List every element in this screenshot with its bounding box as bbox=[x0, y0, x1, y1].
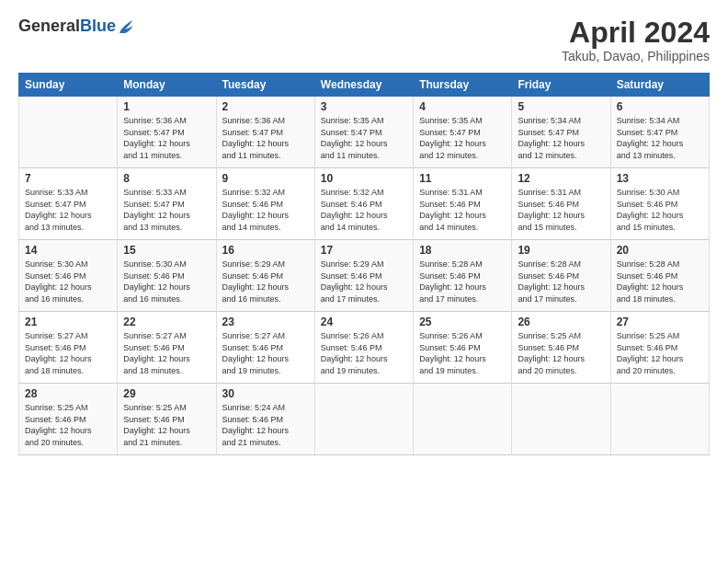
calendar-cell: 24Sunrise: 5:26 AM Sunset: 5:46 PM Dayli… bbox=[314, 312, 413, 384]
calendar-cell bbox=[414, 384, 512, 455]
day-number: 10 bbox=[321, 172, 407, 185]
cell-info: Sunrise: 5:30 AM Sunset: 5:46 PM Dayligh… bbox=[617, 187, 703, 233]
calendar-cell: 19Sunrise: 5:28 AM Sunset: 5:46 PM Dayli… bbox=[512, 240, 610, 312]
weekday-header: Thursday bbox=[414, 74, 512, 97]
day-number: 7 bbox=[25, 172, 111, 185]
calendar-cell: 9Sunrise: 5:32 AM Sunset: 5:46 PM Daylig… bbox=[216, 168, 314, 240]
logo-general: GeneralBlue bbox=[18, 17, 116, 36]
calendar-cell: 26Sunrise: 5:25 AM Sunset: 5:46 PM Dayli… bbox=[512, 312, 610, 384]
calendar-cell: 2Sunrise: 5:36 AM Sunset: 5:47 PM Daylig… bbox=[216, 97, 314, 168]
day-number: 15 bbox=[123, 244, 210, 257]
day-number: 3 bbox=[321, 100, 407, 113]
calendar-cell: 13Sunrise: 5:30 AM Sunset: 5:46 PM Dayli… bbox=[610, 168, 709, 240]
cell-info: Sunrise: 5:28 AM Sunset: 5:46 PM Dayligh… bbox=[419, 259, 506, 304]
calendar-cell: 21Sunrise: 5:27 AM Sunset: 5:46 PM Dayli… bbox=[19, 312, 118, 384]
weekday-header: Monday bbox=[118, 74, 216, 97]
cell-info: Sunrise: 5:35 AM Sunset: 5:47 PM Dayligh… bbox=[321, 115, 407, 161]
day-number: 27 bbox=[617, 316, 703, 328]
calendar-cell: 18Sunrise: 5:28 AM Sunset: 5:46 PM Dayli… bbox=[414, 240, 512, 312]
title-block: April 2024 Takub, Davao, Philippines bbox=[562, 17, 710, 63]
cell-info: Sunrise: 5:28 AM Sunset: 5:46 PM Dayligh… bbox=[518, 259, 604, 304]
page: GeneralBlue April 2024 Takub, Davao, Phi… bbox=[0, 0, 728, 563]
cell-info: Sunrise: 5:25 AM Sunset: 5:46 PM Dayligh… bbox=[123, 402, 210, 448]
calendar-cell: 11Sunrise: 5:31 AM Sunset: 5:46 PM Dayli… bbox=[414, 168, 512, 240]
calendar-cell: 29Sunrise: 5:25 AM Sunset: 5:46 PM Dayli… bbox=[118, 384, 216, 455]
calendar-row: 21Sunrise: 5:27 AM Sunset: 5:46 PM Dayli… bbox=[19, 312, 710, 384]
cell-info: Sunrise: 5:26 AM Sunset: 5:46 PM Dayligh… bbox=[419, 330, 506, 376]
day-number: 16 bbox=[222, 244, 309, 257]
day-number: 12 bbox=[518, 172, 604, 185]
calendar-cell: 6Sunrise: 5:34 AM Sunset: 5:47 PM Daylig… bbox=[610, 97, 709, 168]
calendar-cell: 1Sunrise: 5:36 AM Sunset: 5:47 PM Daylig… bbox=[118, 97, 216, 168]
table-header: SundayMondayTuesdayWednesdayThursdayFrid… bbox=[19, 74, 710, 97]
calendar-cell: 7Sunrise: 5:33 AM Sunset: 5:47 PM Daylig… bbox=[19, 168, 118, 240]
calendar-cell: 28Sunrise: 5:25 AM Sunset: 5:46 PM Dayli… bbox=[19, 384, 118, 455]
calendar-cell: 5Sunrise: 5:34 AM Sunset: 5:47 PM Daylig… bbox=[512, 97, 610, 168]
cell-info: Sunrise: 5:32 AM Sunset: 5:46 PM Dayligh… bbox=[321, 187, 407, 233]
calendar-cell: 22Sunrise: 5:27 AM Sunset: 5:46 PM Dayli… bbox=[118, 312, 216, 384]
day-number: 2 bbox=[222, 100, 309, 113]
day-number: 25 bbox=[419, 316, 506, 328]
calendar-cell: 20Sunrise: 5:28 AM Sunset: 5:46 PM Dayli… bbox=[610, 240, 709, 312]
calendar-cell: 15Sunrise: 5:30 AM Sunset: 5:46 PM Dayli… bbox=[118, 240, 216, 312]
day-number: 11 bbox=[419, 172, 506, 185]
header: GeneralBlue April 2024 Takub, Davao, Phi… bbox=[18, 17, 710, 63]
cell-info: Sunrise: 5:28 AM Sunset: 5:46 PM Dayligh… bbox=[617, 259, 703, 304]
cell-info: Sunrise: 5:33 AM Sunset: 5:47 PM Dayligh… bbox=[123, 187, 210, 233]
day-number: 6 bbox=[617, 100, 703, 113]
weekday-header: Sunday bbox=[19, 74, 118, 97]
day-number: 19 bbox=[518, 244, 604, 257]
calendar-cell bbox=[512, 384, 610, 455]
calendar-row: 28Sunrise: 5:25 AM Sunset: 5:46 PM Dayli… bbox=[19, 384, 710, 455]
cell-info: Sunrise: 5:32 AM Sunset: 5:46 PM Dayligh… bbox=[222, 187, 309, 233]
cell-info: Sunrise: 5:29 AM Sunset: 5:46 PM Dayligh… bbox=[222, 259, 309, 304]
calendar-cell: 14Sunrise: 5:30 AM Sunset: 5:46 PM Dayli… bbox=[19, 240, 118, 312]
cell-info: Sunrise: 5:36 AM Sunset: 5:47 PM Dayligh… bbox=[222, 115, 309, 161]
cell-info: Sunrise: 5:31 AM Sunset: 5:46 PM Dayligh… bbox=[518, 187, 604, 233]
day-number: 8 bbox=[123, 172, 210, 185]
cell-info: Sunrise: 5:27 AM Sunset: 5:46 PM Dayligh… bbox=[123, 330, 210, 376]
day-number: 5 bbox=[518, 100, 604, 113]
day-number: 4 bbox=[419, 100, 506, 113]
cell-info: Sunrise: 5:26 AM Sunset: 5:46 PM Dayligh… bbox=[321, 330, 407, 376]
day-number: 17 bbox=[321, 244, 407, 257]
calendar-cell: 16Sunrise: 5:29 AM Sunset: 5:46 PM Dayli… bbox=[216, 240, 314, 312]
cell-info: Sunrise: 5:25 AM Sunset: 5:46 PM Dayligh… bbox=[25, 402, 111, 448]
calendar-table: SundayMondayTuesdayWednesdayThursdayFrid… bbox=[18, 73, 710, 455]
day-number: 26 bbox=[518, 316, 604, 328]
calendar-row: 7Sunrise: 5:33 AM Sunset: 5:47 PM Daylig… bbox=[19, 168, 710, 240]
cell-info: Sunrise: 5:33 AM Sunset: 5:47 PM Dayligh… bbox=[25, 187, 111, 233]
day-number: 1 bbox=[123, 100, 210, 113]
cell-info: Sunrise: 5:27 AM Sunset: 5:46 PM Dayligh… bbox=[222, 330, 309, 376]
cell-info: Sunrise: 5:25 AM Sunset: 5:46 PM Dayligh… bbox=[518, 330, 604, 376]
cell-info: Sunrise: 5:25 AM Sunset: 5:46 PM Dayligh… bbox=[617, 330, 703, 376]
day-number: 20 bbox=[617, 244, 703, 257]
day-number: 13 bbox=[617, 172, 703, 185]
logo-bird-icon bbox=[118, 17, 134, 37]
header-row: SundayMondayTuesdayWednesdayThursdayFrid… bbox=[19, 74, 710, 97]
day-number: 18 bbox=[419, 244, 506, 257]
calendar-cell: 27Sunrise: 5:25 AM Sunset: 5:46 PM Dayli… bbox=[610, 312, 709, 384]
calendar-cell: 4Sunrise: 5:35 AM Sunset: 5:47 PM Daylig… bbox=[414, 97, 512, 168]
calendar-body: 1Sunrise: 5:36 AM Sunset: 5:47 PM Daylig… bbox=[19, 97, 710, 455]
cell-info: Sunrise: 5:30 AM Sunset: 5:46 PM Dayligh… bbox=[25, 259, 111, 304]
location: Takub, Davao, Philippines bbox=[562, 49, 710, 63]
logo: GeneralBlue bbox=[18, 17, 134, 37]
cell-info: Sunrise: 5:29 AM Sunset: 5:46 PM Dayligh… bbox=[321, 259, 407, 304]
day-number: 30 bbox=[222, 387, 309, 400]
calendar-cell: 30Sunrise: 5:24 AM Sunset: 5:46 PM Dayli… bbox=[216, 384, 314, 455]
day-number: 9 bbox=[222, 172, 309, 185]
calendar-cell bbox=[314, 384, 413, 455]
cell-info: Sunrise: 5:35 AM Sunset: 5:47 PM Dayligh… bbox=[419, 115, 506, 161]
cell-info: Sunrise: 5:34 AM Sunset: 5:47 PM Dayligh… bbox=[518, 115, 604, 161]
calendar-row: 14Sunrise: 5:30 AM Sunset: 5:46 PM Dayli… bbox=[19, 240, 710, 312]
calendar-cell: 23Sunrise: 5:27 AM Sunset: 5:46 PM Dayli… bbox=[216, 312, 314, 384]
weekday-header: Friday bbox=[512, 74, 610, 97]
calendar-row: 1Sunrise: 5:36 AM Sunset: 5:47 PM Daylig… bbox=[19, 97, 710, 168]
calendar-cell: 25Sunrise: 5:26 AM Sunset: 5:46 PM Dayli… bbox=[414, 312, 512, 384]
cell-info: Sunrise: 5:34 AM Sunset: 5:47 PM Dayligh… bbox=[617, 115, 703, 161]
day-number: 24 bbox=[321, 316, 407, 328]
calendar-cell: 3Sunrise: 5:35 AM Sunset: 5:47 PM Daylig… bbox=[314, 97, 413, 168]
cell-info: Sunrise: 5:31 AM Sunset: 5:46 PM Dayligh… bbox=[419, 187, 506, 233]
weekday-header: Saturday bbox=[610, 74, 709, 97]
